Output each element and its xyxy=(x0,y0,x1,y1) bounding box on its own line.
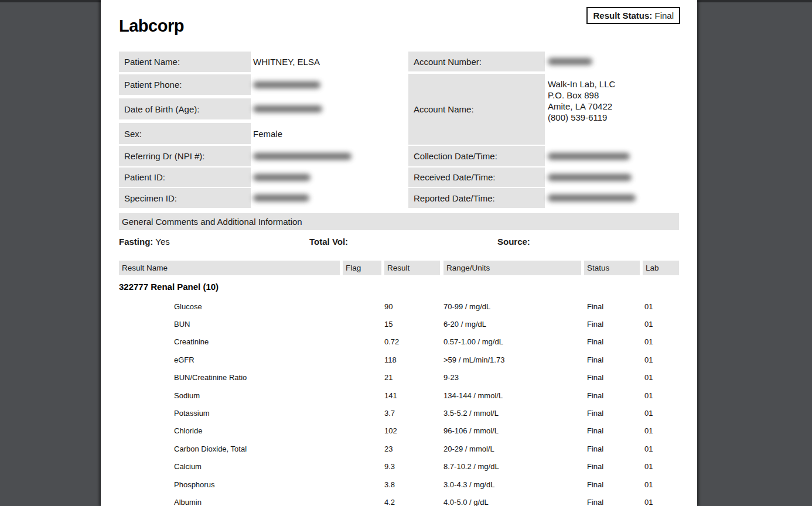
table-row: Phosphorus3.83.0-4.3 / mg/dLFinal01 xyxy=(119,476,679,493)
cell-result: 3.8 xyxy=(384,480,443,489)
redacted-blur xyxy=(253,153,352,160)
cell-lab: 01 xyxy=(643,355,679,364)
source-label: Source: xyxy=(497,237,530,247)
cell-result-name: BUN xyxy=(119,320,343,329)
result-status-value: Final xyxy=(654,11,674,20)
account-name-line: Amite, LA 70422 xyxy=(548,101,679,112)
cell-status: Final xyxy=(584,462,643,471)
cell-result: 102 xyxy=(384,426,443,435)
account-name-line: Walk-In Lab, LLC xyxy=(548,78,679,90)
column-header-result-name: Result Name xyxy=(119,261,340,275)
date-of-birth-value-redacted xyxy=(253,98,405,119)
table-row: Glucose9070-99 / mg/dLFinal01 xyxy=(119,298,679,315)
cell-result: 141 xyxy=(384,391,443,400)
result-status-label: Result Status: xyxy=(593,11,652,20)
fasting-label: Fasting: xyxy=(119,237,153,247)
patient-account-info-grid: Patient Name: Patient Phone: Date of Bir… xyxy=(119,52,679,210)
cell-result: 23 xyxy=(384,445,443,453)
table-row: Calcium9.38.7-10.2 / mg/dLFinal01 xyxy=(119,458,679,476)
redacted-blur xyxy=(253,81,320,88)
table-row: Albumin4.24.0-5.0 / g/dLFinal01 xyxy=(119,493,679,506)
cell-range-units: 8.7-10.2 / mg/dL xyxy=(443,462,584,471)
cell-status: Final xyxy=(584,409,643,418)
cell-result-name: Potassium xyxy=(119,409,343,418)
column-header-flag: Flag xyxy=(343,261,381,275)
account-name-line: (800) 539-6119 xyxy=(548,112,679,123)
cell-range-units: 0.57-1.00 / mg/dL xyxy=(443,337,584,346)
redacted-blur xyxy=(548,153,630,160)
cell-lab: 01 xyxy=(643,373,679,382)
sex-label: Sex: xyxy=(119,123,251,144)
patient-phone-label: Patient Phone: xyxy=(119,74,251,95)
cell-lab: 01 xyxy=(643,445,679,453)
cell-status: Final xyxy=(584,498,643,506)
redacted-blur xyxy=(253,174,311,181)
lab-report-page: Labcorp Result Status: Final Patient Nam… xyxy=(101,0,697,506)
cell-result-name: Creatinine xyxy=(119,337,343,346)
cell-result-name: Phosphorus xyxy=(119,480,343,489)
cell-result-name: Chloride xyxy=(119,426,343,435)
account-number-value-redacted xyxy=(548,52,679,71)
fasting-value: Yes xyxy=(155,237,169,247)
cell-lab: 01 xyxy=(643,409,679,418)
referring-dr-value-redacted xyxy=(253,146,405,166)
reported-datetime-label: Reported Date/Time: xyxy=(408,188,545,208)
cell-range-units: 4.0-5.0 / g/dL xyxy=(443,498,584,506)
redacted-blur xyxy=(548,58,592,65)
patient-id-value-redacted xyxy=(253,167,405,187)
column-header-status: Status xyxy=(584,261,640,275)
cell-lab: 01 xyxy=(643,426,679,435)
result-status-box: Result Status: Final xyxy=(586,7,680,24)
patient-name-value: WHITNEY, ELSA xyxy=(253,52,405,72)
cell-lab: 01 xyxy=(643,480,679,489)
cell-range-units: 134-144 / mmol/L xyxy=(443,391,584,400)
cell-status: Final xyxy=(584,373,643,382)
received-datetime-value-redacted xyxy=(548,167,679,187)
cell-result: 118 xyxy=(384,355,443,364)
general-comments-header: General Comments and Additional Informat… xyxy=(119,213,679,230)
cell-status: Final xyxy=(584,337,643,346)
redacted-blur xyxy=(253,194,309,201)
column-header-lab: Lab xyxy=(643,261,679,275)
cell-lab: 01 xyxy=(643,391,679,400)
patient-id-label: Patient ID: xyxy=(119,167,251,187)
results-table-body: Glucose9070-99 / mg/dLFinal01 BUN156-20 … xyxy=(119,298,679,506)
cell-result: 15 xyxy=(384,320,443,329)
account-name-value: Walk-In Lab, LLC P.O. Box 898 Amite, LA … xyxy=(548,78,679,123)
account-name-line: P.O. Box 898 xyxy=(548,90,679,101)
cell-lab: 01 xyxy=(643,337,679,346)
column-header-range-units: Range/Units xyxy=(443,261,581,275)
cell-result-name: eGFR xyxy=(119,355,343,364)
cell-range-units: >59 / mL/min/1.73 xyxy=(443,355,584,364)
redacted-blur xyxy=(548,194,636,201)
cell-result-name: Albumin xyxy=(119,498,343,506)
labcorp-logo-title: Labcorp xyxy=(119,16,184,36)
total-vol-field: Total Vol: xyxy=(309,237,348,247)
cell-result-name: Calcium xyxy=(119,462,343,471)
cell-lab: 01 xyxy=(643,320,679,329)
cell-lab: 01 xyxy=(643,462,679,471)
redacted-blur xyxy=(548,174,632,181)
patient-phone-value-redacted xyxy=(253,74,405,95)
table-row: Creatinine0.720.57-1.00 / mg/dLFinal01 xyxy=(119,333,679,351)
date-of-birth-label: Date of Birth (Age): xyxy=(119,98,251,119)
account-name-label: Account Name: xyxy=(408,74,545,145)
table-row: eGFR118>59 / mL/min/1.73Final01 xyxy=(119,351,679,368)
cell-status: Final xyxy=(584,445,643,453)
cell-result: 21 xyxy=(384,373,443,382)
referring-dr-label: Referring Dr (NPI #): xyxy=(119,146,251,166)
table-row: Potassium3.73.5-5.2 / mmol/LFinal01 xyxy=(119,404,679,422)
cell-result: 3.7 xyxy=(384,409,443,418)
cell-range-units: 3.0-4.3 / mg/dL xyxy=(443,480,584,489)
cell-result: 9.3 xyxy=(384,462,443,471)
cell-status: Final xyxy=(584,355,643,364)
cell-lab: 01 xyxy=(643,302,679,311)
cell-status: Final xyxy=(584,426,643,435)
table-row: BUN/Creatinine Ratio219-23Final01 xyxy=(119,369,679,387)
cell-result-name: BUN/Creatinine Ratio xyxy=(119,373,343,382)
cell-range-units: 6-20 / mg/dL xyxy=(443,320,584,329)
cell-result: 90 xyxy=(384,302,443,311)
source-field: Source: xyxy=(497,237,530,247)
specimen-id-label: Specimen ID: xyxy=(119,188,251,208)
table-row: BUN156-20 / mg/dLFinal01 xyxy=(119,315,679,333)
